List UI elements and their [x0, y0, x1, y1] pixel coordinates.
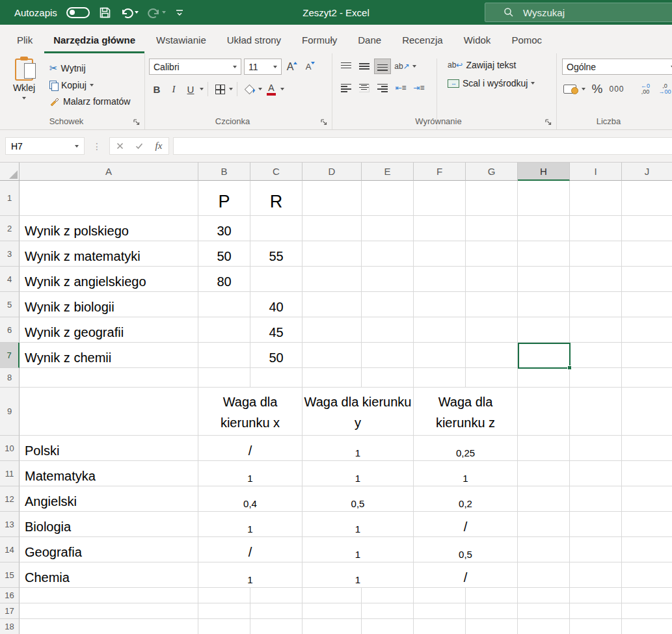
row-header-1[interactable]: 1	[0, 181, 20, 216]
accounting-format-button[interactable]	[562, 81, 578, 97]
cell-g2[interactable]	[466, 216, 518, 241]
tab-dane[interactable]: Dane	[349, 28, 390, 53]
merge-center-dropdown-icon[interactable]	[531, 82, 535, 85]
cell-a4[interactable]: Wynik z angielskiego	[20, 267, 198, 292]
cell-g18[interactable]	[466, 619, 518, 634]
cell-j6[interactable]	[622, 317, 672, 343]
cell-i10[interactable]	[570, 436, 622, 461]
cell-i11[interactable]	[570, 461, 622, 486]
cell-h14[interactable]	[518, 537, 570, 562]
cell-a10[interactable]: Polski	[20, 436, 198, 461]
cell-c3[interactable]: 55	[250, 241, 302, 267]
increase-decimal-button[interactable]: ←0 ,00	[638, 81, 653, 97]
cell-f15-g15-merged[interactable]: /	[414, 562, 518, 588]
cell-j11[interactable]	[622, 461, 672, 486]
column-header-g[interactable]: G	[466, 163, 518, 181]
cell-h12[interactable]	[518, 486, 570, 512]
cell-g5[interactable]	[466, 292, 518, 317]
cell-f14-g14-merged[interactable]: 0,5	[414, 537, 518, 562]
column-header-b[interactable]: B	[198, 163, 250, 181]
cell-h10[interactable]	[518, 436, 570, 461]
cell-d13-e13-merged[interactable]: 1	[302, 512, 414, 537]
cell-h3[interactable]	[518, 241, 570, 267]
cell-e2[interactable]	[362, 216, 414, 241]
enter-button[interactable]	[129, 138, 149, 154]
cell-a2[interactable]: Wynik z polskiego	[20, 216, 198, 241]
cell-e1[interactable]	[362, 181, 414, 216]
cell-a14[interactable]: Geografia	[20, 537, 198, 562]
cell-j4[interactable]	[622, 267, 672, 292]
cell-d14-e14-merged[interactable]: 1	[302, 537, 414, 562]
row-header-17[interactable]: 17	[0, 603, 20, 619]
cell-h4[interactable]	[518, 267, 570, 292]
orientation-button[interactable]: ab↗	[392, 59, 418, 74]
cut-button[interactable]: ✂ Wytnij	[47, 61, 133, 75]
column-header-c[interactable]: C	[250, 163, 302, 181]
cell-i8[interactable]	[570, 368, 622, 388]
cell-b11-c11-merged[interactable]: 1	[198, 461, 302, 486]
cell-g7[interactable]	[466, 343, 518, 368]
comma-style-button[interactable]: 000	[609, 81, 625, 97]
cell-e18[interactable]	[362, 619, 414, 634]
copy-dropdown-icon[interactable]	[90, 84, 94, 86]
cell-d3[interactable]	[302, 241, 362, 267]
cell-i18[interactable]	[570, 619, 622, 634]
cell-f13-g13-merged[interactable]: /	[414, 512, 518, 537]
insert-function-button[interactable]: fx	[149, 138, 168, 154]
column-header-h[interactable]: H	[518, 163, 570, 181]
cell-a18[interactable]	[20, 619, 198, 634]
font-dialog-launcher-icon[interactable]	[320, 118, 328, 126]
cell-f8[interactable]	[414, 368, 466, 388]
cell-h1[interactable]	[518, 181, 570, 216]
decrease-decimal-button[interactable]: ,0 →00	[657, 81, 672, 97]
fill-color-dropdown-icon[interactable]	[258, 88, 262, 90]
italic-button[interactable]: I	[166, 81, 181, 97]
cell-d18[interactable]	[302, 619, 362, 634]
borders-button[interactable]	[212, 81, 228, 97]
cell-e3[interactable]	[362, 241, 414, 267]
percent-style-button[interactable]: %	[589, 81, 605, 97]
autosave-toggle[interactable]	[66, 7, 90, 18]
cell-b6[interactable]	[198, 317, 250, 343]
column-header-d[interactable]: D	[302, 163, 362, 181]
column-header-e[interactable]: E	[362, 163, 414, 181]
cell-b18[interactable]	[198, 619, 250, 634]
cell-j1[interactable]	[622, 181, 672, 216]
cell-c18[interactable]	[250, 619, 302, 634]
row-header-18[interactable]: 18	[0, 619, 20, 634]
cell-f11-g11-merged[interactable]: 1	[414, 461, 518, 486]
cell-c5[interactable]: 40	[250, 292, 302, 317]
cell-j14[interactable]	[622, 537, 672, 562]
cell-i3[interactable]	[570, 241, 622, 267]
cell-b3[interactable]: 50	[198, 241, 250, 267]
cell-j9[interactable]	[622, 388, 672, 436]
cell-f12-g12-merged[interactable]: 0,2	[414, 486, 518, 512]
select-all-button[interactable]	[0, 163, 20, 181]
column-header-f[interactable]: F	[414, 163, 466, 181]
cell-d12-e12-merged[interactable]: 0,5	[302, 486, 414, 512]
cell-f3[interactable]	[414, 241, 466, 267]
cell-i2[interactable]	[570, 216, 622, 241]
cell-f5[interactable]	[414, 292, 466, 317]
save-button[interactable]	[99, 7, 111, 19]
cell-e7[interactable]	[362, 343, 414, 368]
cell-b4[interactable]: 80	[198, 267, 250, 292]
row-header-13[interactable]: 13	[0, 512, 20, 537]
cell-i6[interactable]	[570, 317, 622, 343]
row-header-7[interactable]: 7	[0, 343, 20, 368]
cell-j12[interactable]	[622, 486, 672, 512]
cell-f16[interactable]	[414, 588, 466, 603]
fill-color-button[interactable]	[241, 81, 257, 97]
align-top-button[interactable]	[338, 59, 355, 74]
undo-button[interactable]	[120, 7, 139, 18]
cell-b16[interactable]	[198, 588, 250, 603]
cell-e6[interactable]	[362, 317, 414, 343]
cell-a9[interactable]	[20, 388, 198, 436]
cell-i15[interactable]	[570, 562, 622, 588]
column-header-i[interactable]: I	[570, 163, 622, 181]
cell-b8[interactable]	[198, 368, 250, 388]
cell-i13[interactable]	[570, 512, 622, 537]
cell-g17[interactable]	[466, 603, 518, 619]
undo-dropdown-icon[interactable]	[135, 11, 139, 14]
cell-a12[interactable]: Angielski	[20, 486, 198, 512]
